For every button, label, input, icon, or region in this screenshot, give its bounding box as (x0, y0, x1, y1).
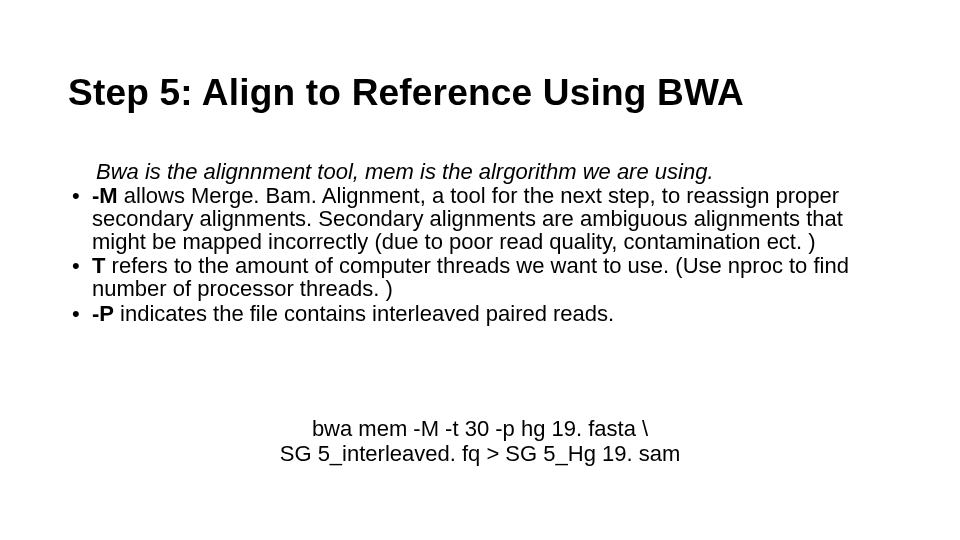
command-block: bwa mem -M -t 30 -p hg 19. fasta \ SG 5_… (0, 416, 960, 467)
intro-text: Bwa is the alignnment tool, mem is the a… (96, 160, 892, 183)
slide: Step 5: Align to Reference Using BWA Bwa… (0, 0, 960, 540)
command-line: bwa mem -M -t 30 -p hg 19. fasta \ (0, 416, 960, 441)
bullet-item: -P indicates the file contains interleav… (68, 302, 892, 325)
bullet-text: allows Merge. Bam. Alignment, a tool for… (92, 183, 843, 254)
bullet-text: refers to the amount of computer threads… (92, 253, 849, 301)
bullet-item: T refers to the amount of computer threa… (68, 254, 892, 300)
command-line: SG 5_interleaved. fq > SG 5_Hg 19. sam (0, 441, 960, 466)
slide-title: Step 5: Align to Reference Using BWA (68, 72, 892, 114)
option-flag: T (92, 253, 105, 278)
bullet-list: -M allows Merge. Bam. Alignment, a tool … (68, 184, 892, 325)
bullet-item: -M allows Merge. Bam. Alignment, a tool … (68, 184, 892, 253)
bullet-text: indicates the file contains interleaved … (114, 301, 614, 326)
option-flag: -P (92, 301, 114, 326)
option-flag: -M (92, 183, 118, 208)
